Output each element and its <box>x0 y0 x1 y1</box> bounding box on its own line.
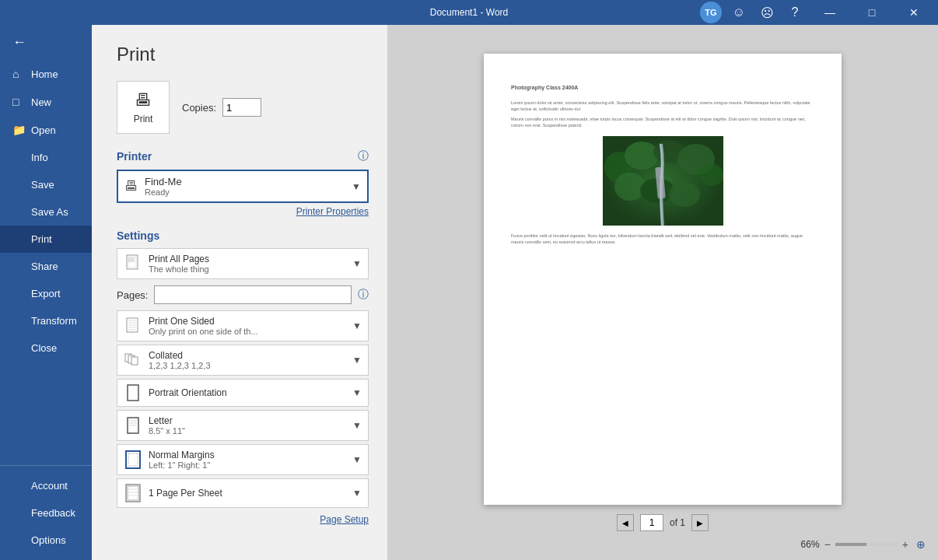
printer-dropdown[interactable]: 🖶 Find-Me Ready ▼ <box>117 170 369 203</box>
collated-dropdown-arrow: ▼ <box>352 355 362 366</box>
setting-row-orientation[interactable]: Portrait Orientation ▼ <box>117 379 369 407</box>
orientation-icon <box>124 384 142 401</box>
sidebar-item-label: Feedback <box>31 507 75 519</box>
copies-label: Copies: <box>182 102 216 114</box>
sidebar-item-label: Close <box>31 342 57 354</box>
sidebar-item-label: Print <box>31 233 52 245</box>
preview-title-block: Photography Class 2400A <box>511 85 814 90</box>
maximize-button[interactable]: □ <box>854 0 890 25</box>
help-icon[interactable]: ? <box>784 2 806 23</box>
pages-setting-name: Print All Pages <box>149 254 346 264</box>
next-page-button[interactable]: ▶ <box>691 514 709 531</box>
sidebar-item-options[interactable]: Options <box>0 527 92 554</box>
zoom-fit-button[interactable]: ⊕ <box>916 538 926 551</box>
sidebar-item-feedback[interactable]: Feedback <box>0 499 92 527</box>
frown-icon[interactable]: ☹ <box>756 2 778 23</box>
svg-point-28 <box>625 142 659 170</box>
preview-footer: Fusce porttitor velit ut tincidunt egest… <box>511 233 814 245</box>
collated-setting-name: Collated <box>149 350 346 361</box>
sidebar-item-label: Save As <box>31 206 68 218</box>
minimize-button[interactable]: — <box>812 0 848 25</box>
copies-container: Copies: <box>182 98 261 117</box>
sidebar-item-home[interactable]: ⌂ Home <box>0 60 92 88</box>
sidebar: ← ⌂ Home □ New 📁 Open Info Save <box>0 25 92 560</box>
avatar[interactable]: TG <box>700 2 722 23</box>
pages-setting-desc: The whole thing <box>149 264 346 274</box>
print-btn-container: 🖶 Print Copies: <box>117 81 369 134</box>
print-title: Print <box>117 44 369 65</box>
printer-properties-link[interactable]: Printer Properties <box>117 206 369 217</box>
svg-point-31 <box>699 164 723 186</box>
letter-setting-info: Letter 8.5" x 11" <box>149 415 346 436</box>
preview-nav: ◀ of 1 ▶ <box>617 514 709 531</box>
sidebar-item-new[interactable]: □ New <box>0 88 92 116</box>
setting-row-persheet[interactable]: 1 Page Per Sheet ▼ <box>117 478 369 508</box>
copies-input[interactable] <box>222 98 261 117</box>
dropdown-arrow-icon: ▼ <box>352 181 361 192</box>
setting-row-pages[interactable]: Print All Pages The whole thing ▼ <box>117 248 369 279</box>
setting-row-sided[interactable]: Print One Sided Only print on one side o… <box>117 310 369 341</box>
sidebar-item-share[interactable]: Share <box>0 253 92 280</box>
printer-device-icon: 🖶 <box>124 178 138 194</box>
zoom-slider[interactable] <box>835 543 898 546</box>
sidebar-item-account[interactable]: Account <box>0 472 92 499</box>
svg-rect-21 <box>126 485 140 502</box>
sidebar-item-export[interactable]: Export <box>0 280 92 307</box>
close-button[interactable]: ✕ <box>896 0 932 25</box>
sided-setting-desc: Only print on one side of th... <box>149 327 346 336</box>
zoom-in-button[interactable]: + <box>902 538 908 551</box>
page-number-input[interactable] <box>640 514 663 531</box>
print-panel: Print 🖶 Print Copies: Printer ⓘ 🖶 <box>92 25 387 560</box>
sidebar-item-label: Export <box>31 288 61 299</box>
titlebar: Document1 - Word TG ☺ ☹ ? — □ ✕ <box>0 0 938 25</box>
open-icon: 📁 <box>12 124 25 136</box>
printer-icon: 🖶 <box>135 90 152 110</box>
zoom-out-button[interactable]: − <box>824 538 831 551</box>
home-icon: ⌂ <box>12 68 25 80</box>
svg-point-32 <box>614 173 646 201</box>
printer-section-header: Printer ⓘ <box>117 149 369 163</box>
sidebar-bottom: Account Feedback Options <box>0 465 92 560</box>
sidebar-nav: ⌂ Home □ New 📁 Open Info Save Save As <box>0 60 92 465</box>
print-button[interactable]: 🖶 Print <box>117 81 170 134</box>
titlebar-right-icons: TG ☺ ☹ ? — □ ✕ <box>700 0 932 25</box>
sidebar-item-save-as[interactable]: Save As <box>0 198 92 226</box>
setting-row-letter[interactable]: Letter 8.5" x 11" ▼ <box>117 410 369 441</box>
svg-point-34 <box>669 182 700 207</box>
smiley-icon[interactable]: ☺ <box>728 2 750 23</box>
sidebar-item-save[interactable]: Save <box>0 171 92 198</box>
pages-row: Pages: ⓘ <box>117 285 369 304</box>
orientation-dropdown-arrow: ▼ <box>352 387 362 398</box>
sidebar-item-label: Account <box>31 480 68 492</box>
persheet-setting-name: 1 Page Per Sheet <box>149 488 346 499</box>
back-button[interactable]: ← <box>0 25 92 60</box>
sidebar-item-transform[interactable]: Transform <box>0 307 92 334</box>
sidebar-item-print[interactable]: Print <box>0 226 92 253</box>
printer-status: Ready <box>145 187 345 197</box>
margins-setting-desc: Left: 1" Right: 1" <box>149 460 346 470</box>
setting-row-margins[interactable]: Normal Margins Left: 1" Right: 1" ▼ <box>117 444 369 475</box>
content-area: Print 🖶 Print Copies: Printer ⓘ 🖶 <box>92 25 938 560</box>
pages-input[interactable] <box>154 285 352 304</box>
page-preview: Photography Class 2400A Lorem ipsum dolo… <box>484 54 842 505</box>
prev-page-button[interactable]: ◀ <box>617 514 634 531</box>
svg-rect-14 <box>128 385 138 401</box>
letter-setting-desc: 8.5" x 11" <box>149 426 346 436</box>
setting-row-collated[interactable]: Collated 1,2,3 1,2,3 1,2,3 ▼ <box>117 345 369 376</box>
page-setup-link[interactable]: Page Setup <box>117 514 369 525</box>
sidebar-item-label: Info <box>31 152 48 163</box>
printer-info-icon[interactable]: ⓘ <box>358 149 369 163</box>
pages-setting-info: Print All Pages The whole thing <box>149 254 346 274</box>
pages-info-icon[interactable]: ⓘ <box>358 288 369 302</box>
sidebar-item-label: Save <box>31 179 54 191</box>
sidebar-item-info[interactable]: Info <box>0 144 92 171</box>
orientation-setting-info: Portrait Orientation <box>149 387 346 398</box>
pages-icon <box>124 254 142 273</box>
svg-rect-13 <box>131 357 138 365</box>
zoom-bar: 66% − + ⊕ <box>801 538 926 551</box>
margins-setting-name: Normal Margins <box>149 450 346 460</box>
page-count: of 1 <box>670 517 685 528</box>
preview-body-1: Lorem ipsum dolor sit amet, consectetur … <box>511 100 814 113</box>
sidebar-item-open[interactable]: 📁 Open <box>0 116 92 144</box>
sidebar-item-close[interactable]: Close <box>0 334 92 362</box>
